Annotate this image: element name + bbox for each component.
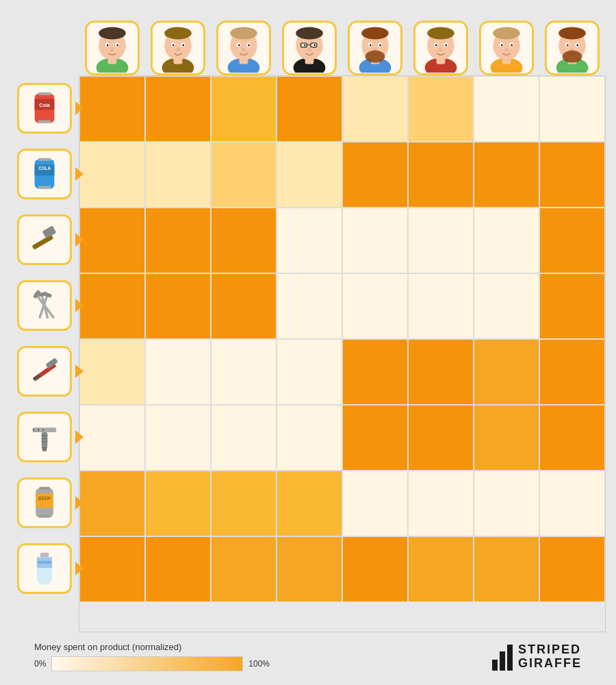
avatar-row xyxy=(79,21,605,75)
svg-rect-85 xyxy=(38,158,51,161)
heatmap-cell-6-2 xyxy=(211,471,277,536)
heatmap-row-2 xyxy=(79,208,605,273)
heatmap-cell-0-7 xyxy=(539,76,605,142)
svg-point-42 xyxy=(361,27,389,39)
heatmap-cell-2-5 xyxy=(408,208,474,273)
svg-point-73 xyxy=(567,44,569,47)
avatar-cell-6 xyxy=(474,21,539,75)
svg-rect-81 xyxy=(38,121,51,123)
svg-point-56 xyxy=(445,44,447,47)
svg-point-74 xyxy=(576,44,578,47)
product-cell-7: WATER xyxy=(10,536,79,601)
brand-text: STRIPED GIRAFFE xyxy=(518,643,582,671)
svg-point-65 xyxy=(511,44,513,47)
heatmap-row-0 xyxy=(79,76,605,142)
avatar-cell-0 xyxy=(79,21,145,75)
legend-max: 100% xyxy=(248,659,270,669)
heatmap-cell-1-2 xyxy=(211,142,277,208)
avatar-cell-3 xyxy=(277,21,342,75)
avatar-cell-1 xyxy=(145,21,211,75)
product-box-2 xyxy=(17,214,72,265)
avatar-box-0 xyxy=(85,21,140,75)
svg-point-61 xyxy=(493,27,520,39)
arrow-right-6 xyxy=(75,496,84,510)
heatmap-cell-1-1 xyxy=(145,142,211,208)
product-box-0: Cola xyxy=(17,83,72,134)
product-cell-4 xyxy=(10,338,79,404)
heatmap-cell-3-4 xyxy=(342,273,408,339)
svg-text:COLA: COLA xyxy=(38,166,51,171)
arrow-right-3 xyxy=(75,299,84,312)
brand-bars-icon xyxy=(492,643,513,671)
arrow-right-1 xyxy=(75,167,84,181)
svg-point-57 xyxy=(439,49,443,51)
svg-point-3 xyxy=(99,27,126,39)
heatmap-cell-0-2 xyxy=(211,76,277,142)
avatar-cell-7 xyxy=(539,21,605,75)
heatmap-cell-3-2 xyxy=(211,273,277,339)
svg-point-48 xyxy=(365,51,385,63)
bar-1 xyxy=(492,660,498,671)
heatmap-cell-3-3 xyxy=(277,273,342,339)
svg-rect-102 xyxy=(42,432,48,447)
heatmap-cell-7-4 xyxy=(342,536,408,602)
svg-point-6 xyxy=(107,44,109,47)
product-box-4 xyxy=(17,346,72,397)
avatar-box-2 xyxy=(216,21,271,75)
svg-rect-88 xyxy=(42,225,56,238)
svg-point-66 xyxy=(505,49,509,51)
svg-rect-80 xyxy=(38,92,51,95)
heatmap-cell-1-0 xyxy=(79,142,145,208)
heatmap-cell-2-4 xyxy=(342,208,408,273)
heatmap-cell-7-7 xyxy=(539,536,605,602)
product-cell-3 xyxy=(10,273,79,338)
heatmap-row-5 xyxy=(79,405,605,471)
heatmap-cell-5-2 xyxy=(211,405,277,471)
svg-point-12 xyxy=(164,27,192,39)
heatmap-row-3 xyxy=(79,273,605,339)
heatmap-cell-6-7 xyxy=(539,471,605,536)
bar-2 xyxy=(500,651,505,671)
svg-point-25 xyxy=(248,44,250,47)
heatmap-cell-1-6 xyxy=(474,142,539,208)
avatar-box-3 xyxy=(282,21,337,75)
heatmap-cell-0-0 xyxy=(79,76,145,142)
svg-rect-87 xyxy=(31,234,53,249)
heatmap-cell-3-0 xyxy=(79,273,145,339)
svg-point-30 xyxy=(296,27,323,39)
product-cell-5 xyxy=(10,404,79,470)
svg-point-70 xyxy=(559,27,586,39)
arrow-right-2 xyxy=(75,233,84,247)
svg-point-16 xyxy=(182,44,184,47)
heatmap-cell-1-4 xyxy=(342,142,408,208)
arrow-right-0 xyxy=(75,101,84,115)
svg-point-17 xyxy=(177,49,180,51)
product-cell-2 xyxy=(10,207,79,273)
heatmap-cell-1-5 xyxy=(408,142,474,208)
arrow-right-4 xyxy=(75,364,84,378)
avatar-cell-4 xyxy=(342,21,408,75)
heatmap-row-1 xyxy=(79,142,605,208)
heatmap-cell-4-3 xyxy=(277,339,342,405)
heatmap-grid xyxy=(79,75,606,632)
arrow-right-5 xyxy=(75,430,84,444)
heatmap-cell-4-7 xyxy=(539,339,605,405)
heatmap-cell-7-5 xyxy=(408,536,474,602)
heatmap-cell-6-0 xyxy=(79,471,145,536)
heatmap-cell-0-1 xyxy=(145,76,211,142)
heatmap-cell-0-3 xyxy=(277,76,342,142)
heatmap-cell-4-0 xyxy=(79,339,145,405)
avatar-box-5 xyxy=(413,21,468,75)
heatmap-cell-4-1 xyxy=(145,339,211,405)
heatmap-cell-3-5 xyxy=(408,273,474,339)
svg-point-8 xyxy=(111,49,114,51)
product-cell-6: BEER xyxy=(10,470,79,536)
heatmap-cell-7-6 xyxy=(474,536,539,602)
heatmap-cell-6-4 xyxy=(342,471,408,536)
legend-area: Money spent on product (normalized) 0% 1… xyxy=(27,642,589,671)
heatmap-cell-7-0 xyxy=(79,536,145,602)
svg-point-64 xyxy=(501,44,503,47)
heatmap-cell-7-3 xyxy=(277,536,342,602)
heatmap-cell-7-1 xyxy=(145,536,211,602)
heatmap-cell-5-0 xyxy=(79,405,145,471)
